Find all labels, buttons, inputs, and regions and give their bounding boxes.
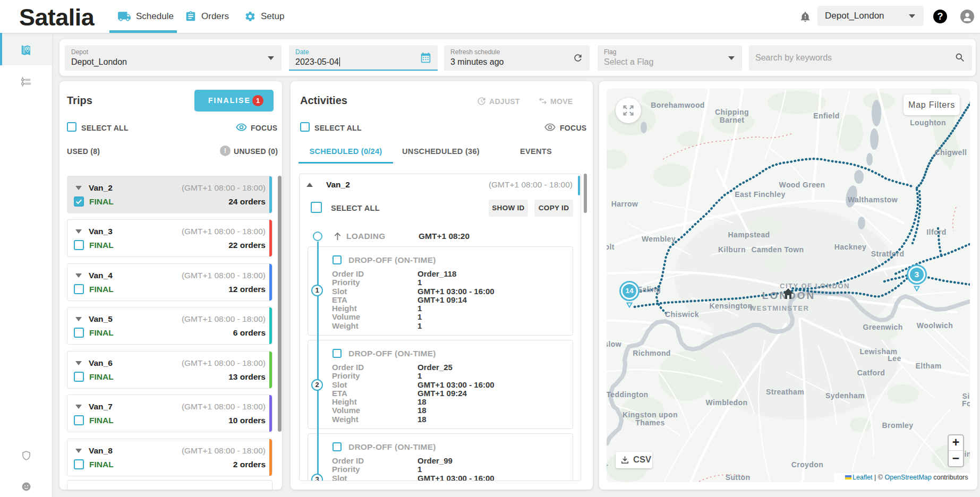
svg-text:Lee: Lee — [888, 354, 901, 363]
svg-text:Borehamwood: Borehamwood — [651, 101, 705, 109]
svg-text:Catford: Catford — [857, 369, 885, 377]
svg-text:Kingston upon: Kingston upon — [623, 410, 678, 419]
svg-text:Chigwell: Chigwell — [935, 148, 967, 157]
svg-text:er: er — [607, 462, 608, 470]
svg-text:Sutton: Sutton — [726, 473, 751, 482]
svg-text:Croydon: Croydon — [791, 460, 823, 469]
svg-text:Wood Green: Wood Green — [779, 181, 825, 189]
svg-text:Sydenham: Sydenham — [825, 391, 865, 400]
svg-text:Kilburn: Kilburn — [718, 245, 746, 254]
svg-text:Thames: Thames — [635, 418, 664, 427]
svg-text:Ealing: Ealing — [637, 285, 661, 294]
svg-text:Wembley: Wembley — [642, 235, 676, 243]
svg-text:Loughton: Loughton — [910, 118, 946, 127]
svg-text:Bromley: Bromley — [882, 421, 914, 430]
svg-text:Richmond: Richmond — [633, 349, 671, 357]
svg-text:Hampstead: Hampstead — [728, 230, 770, 239]
svg-text:Barnet: Barnet — [720, 116, 745, 124]
svg-text:Chipping: Chipping — [715, 108, 749, 116]
svg-text:Eltham: Eltham — [915, 362, 941, 370]
svg-text:Harrow: Harrow — [611, 200, 638, 208]
svg-text:Greenwich: Greenwich — [863, 323, 902, 331]
svg-text:Teddington: Teddington — [607, 390, 649, 399]
svg-text:East Finchley: East Finchley — [735, 190, 785, 199]
svg-text:Camden Town: Camden Town — [751, 245, 804, 254]
svg-text:Wimbledon: Wimbledon — [706, 398, 748, 407]
svg-text:Northolt: Northolt — [607, 243, 615, 251]
svg-text:Walthamstow: Walthamstow — [848, 195, 898, 204]
svg-text:Stratford: Stratford — [871, 250, 905, 258]
svg-text:Kensington: Kensington — [710, 302, 753, 310]
svg-text:CITY OF LONDON: CITY OF LONDON — [780, 282, 850, 290]
svg-text:Fo: Fo — [962, 399, 970, 408]
svg-text:Chiswick: Chiswick — [665, 310, 699, 319]
svg-text:Enfield: Enfield — [813, 112, 839, 120]
svg-text:Ilford: Ilford — [926, 228, 946, 236]
svg-text:Woolwich: Woolwich — [917, 321, 953, 330]
svg-text:Hackney: Hackney — [834, 243, 866, 251]
svg-text:in: in — [964, 450, 970, 458]
svg-text:Streatham: Streatham — [766, 388, 804, 396]
svg-text:Hounslow: Hounslow — [607, 340, 621, 348]
svg-text:WESTMINSTER: WESTMINSTER — [749, 304, 809, 312]
